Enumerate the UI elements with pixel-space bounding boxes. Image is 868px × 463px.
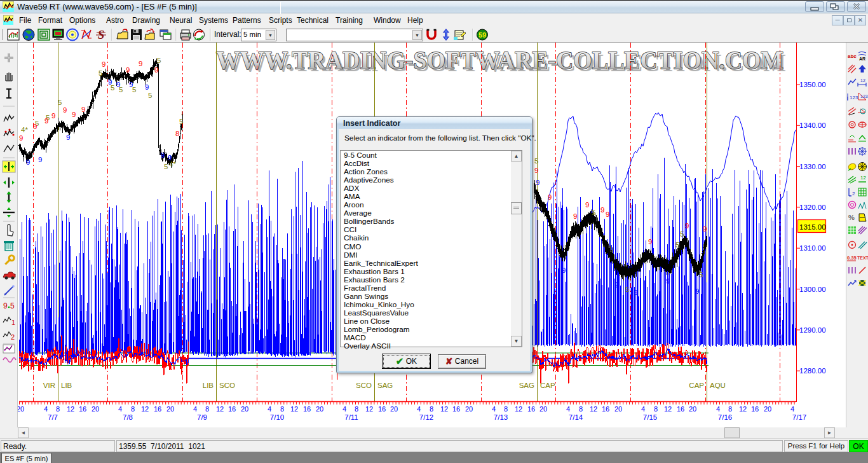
svg-text:5: 5 [148,92,152,99]
svg-text:SAG: SAG [377,382,393,389]
svg-text:9: 9 [615,281,619,289]
svg-text:4: 4 [193,405,197,413]
svg-text:CAP: CAP [689,382,704,389]
svg-text:9: 9 [63,106,67,114]
svg-text:9: 9 [51,112,55,120]
svg-text:9: 9 [26,158,30,166]
svg-text:20: 20 [18,405,24,413]
svg-text:5: 5 [111,84,114,92]
svg-text:9: 9 [536,179,539,186]
svg-text:7/9: 7/9 [197,413,207,421]
svg-text:1310.00: 1310.00 [799,244,826,252]
svg-text:20: 20 [241,405,248,413]
svg-text:4: 4 [492,405,496,413]
svg-text:9: 9 [126,66,130,74]
svg-text:4: 4 [790,405,794,413]
svg-text:5: 5 [179,118,183,125]
svg-text:8: 8 [430,405,433,413]
svg-text:9: 9 [585,201,589,209]
svg-text:9: 9 [685,222,689,230]
svg-text:12: 12 [440,405,448,413]
svg-text:9: 9 [33,123,37,130]
svg-text:12: 12 [216,405,224,413]
svg-text:9: 9 [139,60,142,67]
svg-text:7/15: 7/15 [643,413,657,421]
svg-text:5: 5 [592,209,595,216]
svg-text:123: 123 [850,95,858,100]
svg-text:5: 5 [58,99,62,106]
svg-text:123: 123 [860,94,868,99]
svg-text:20: 20 [614,405,622,413]
svg-text:5: 5 [675,241,679,249]
svg-text:5: 5 [680,230,684,238]
svg-text:12: 12 [590,405,597,413]
svg-text:4: 4 [417,405,421,413]
svg-text:16: 16 [79,405,86,413]
svg-text:9: 9 [666,277,670,285]
svg-text:1340.00: 1340.00 [799,121,826,129]
svg-text:12: 12 [67,405,74,413]
svg-text:59: 59 [478,31,486,39]
svg-text:12: 12 [365,405,373,413]
svg-text:9: 9 [3,301,8,310]
svg-text:12: 12 [664,405,672,413]
svg-text:16: 16 [751,405,759,413]
svg-text:9: 9 [606,211,609,218]
svg-text:16: 16 [378,405,386,413]
svg-text:5: 5 [534,157,538,165]
svg-text:SCO: SCO [356,382,372,389]
svg-text:AQU: AQU [710,382,726,389]
svg-text:SCO: SCO [219,382,235,389]
svg-text:16: 16 [602,405,609,413]
svg-text:9: 9 [38,156,42,163]
svg-text:8: 8 [728,405,732,413]
svg-text:5: 5 [132,86,136,93]
svg-text:16: 16 [303,405,311,413]
svg-text:5: 5 [157,57,161,64]
svg-text:12: 12 [141,405,149,413]
svg-text:7/7: 7/7 [48,413,58,421]
svg-text:SAG: SAG [519,382,534,389]
svg-text:9: 9 [81,106,85,113]
svg-text:7/10: 7/10 [270,413,284,421]
svg-text:4: 4 [716,405,720,413]
svg-text:9: 9 [44,117,48,125]
svg-text:7/12: 7/12 [419,413,433,421]
svg-text:1350.00: 1350.00 [799,81,826,88]
svg-text:20: 20 [316,405,323,413]
svg-text:1315.00: 1315.00 [799,223,826,231]
svg-text:8: 8 [355,405,358,413]
svg-text:4: 4 [268,405,271,413]
svg-text:8: 8 [56,405,60,413]
svg-text:9: 9 [573,212,577,220]
svg-text:12: 12 [290,405,298,413]
svg-text:9: 9 [154,66,158,74]
svg-text:TEXT: TEXT [857,256,868,260]
svg-text:5: 5 [699,271,703,279]
svg-text:9: 9 [161,151,165,159]
svg-text:8: 8 [280,405,284,413]
svg-text:AR: AR [859,57,865,61]
svg-text:20: 20 [539,405,547,413]
svg-text:1330.00: 1330.00 [799,163,826,170]
svg-text:1280.00: 1280.00 [799,367,826,375]
svg-text:VIR: VIR [43,382,55,389]
svg-text:12: 12 [860,175,866,181]
svg-text:2: 2 [852,191,855,197]
svg-text:12: 12 [515,405,522,413]
svg-text:16: 16 [677,405,684,413]
svg-text:9: 9 [534,167,538,174]
svg-text:WWW.TRADING-SOFTWARE-COLLECTIO: WWW.TRADING-SOFTWARE-COLLECTION.COM [216,45,783,74]
svg-text:0.35: 0.35 [847,255,857,261]
svg-text:abc: abc [848,53,857,59]
svg-text:4: 4 [342,405,346,413]
svg-text:1320.00: 1320.00 [799,204,826,211]
svg-text:8: 8 [504,405,508,413]
svg-text:7/17: 7/17 [792,413,806,421]
svg-text:7/16: 7/16 [718,413,732,421]
svg-text:4*: 4* [169,160,176,168]
svg-text:9: 9 [562,266,566,274]
svg-text:4: 4 [44,405,48,413]
svg-text:9: 9 [19,134,23,142]
svg-text:1: 1 [11,319,15,326]
